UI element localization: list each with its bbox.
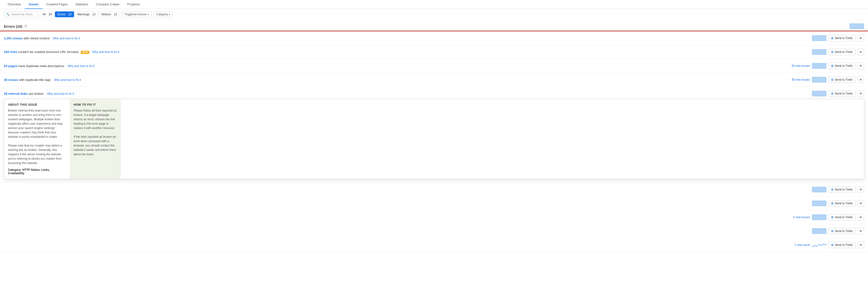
send-to-trello-btn[interactable]: ⊞ Send to Trello [829,200,856,207]
eye-btn[interactable]: 👁 [857,241,864,248]
issue-actions: ⊞ Send to Trello 👁 [812,186,864,193]
issue-actions: 35 new issues ⊞ Send to Trello 👁 [792,62,864,69]
fix-link[interactable]: Why and how to fix it [53,37,80,40]
trello-icon: ⊞ [831,188,834,191]
issue-desc: couldn't be crawled (incorrect URL forma… [18,50,79,54]
category-label: Category: [8,168,22,172]
errors-filter-btn[interactable]: Errors 10 [55,11,74,17]
issue-content: placeholder [4,229,812,233]
tooltip-about-title: ABOUT THIS ISSUE [8,103,66,107]
send-to-trello-btn[interactable]: ⊞ Send to Trello [829,228,856,234]
triggered-checks-dropdown[interactable]: Triggered checks ▾ [122,11,152,17]
trello-icon: ⊞ [831,64,834,67]
chevron-down-icon: ▾ [169,13,170,16]
issue-actions: ⊞ Send to Trello 👁 [812,90,864,97]
trello-icon: ⊞ [831,78,834,81]
new-badge: NEW [81,51,89,54]
issue-row-incorrect-url: 194 links couldn't be crawled (incorrect… [0,45,868,59]
send-to-trello-btn[interactable]: ⊞ Send to Trello [829,49,856,55]
issue-row-10: placeholder 1 new issue ⊞ Send to Trello… [0,238,868,252]
fix-link[interactable]: Why and how to fix it [47,92,74,95]
tab-compare-crawls[interactable]: Compare Crawls [92,0,123,9]
fix-link[interactable]: Why and how to fix it [67,64,94,68]
info-icon[interactable]: ⓘ [24,24,27,28]
issue-count-link[interactable]: 38 issues [4,78,18,82]
send-to-trello-btn[interactable]: ⊞ Send to Trello [829,63,856,69]
issue-count-link[interactable]: 194 links [4,50,17,54]
trello-icon: ⊞ [831,202,834,205]
chevron-down-icon: ▾ [148,13,149,16]
section-title: Errors (10) ⓘ [4,24,27,28]
fix-link[interactable]: Why and how to fix it [92,50,119,54]
issue-content: 28 internal links are broken Why and how… [4,92,812,95]
eye-btn[interactable]: 👁 [857,214,864,220]
issue-desc: with duplicate title tags [19,78,51,82]
eye-btn[interactable]: 👁 [857,228,864,235]
tab-crawled-pages[interactable]: Crawled Pages [42,0,72,9]
eye-btn[interactable]: 👁 [857,35,864,41]
eye-btn[interactable]: 👁 [857,49,864,55]
eye-btn[interactable]: 👁 [857,200,864,207]
issue-count-link[interactable]: 1,351 issues [4,36,23,40]
issue-content: 38 issues with duplicate title tags Why … [4,78,792,82]
new-issues-label: 1 new issue [795,243,810,247]
section-title-text: Errors (10) [4,24,22,28]
eye-btn[interactable]: 👁 [857,76,864,83]
trello-icon: ⊞ [831,215,834,219]
mini-chart [812,214,827,220]
mini-chart [812,63,827,69]
issue-actions: ⊞ Send to Trello 👁 [812,35,864,41]
send-to-trello-btn[interactable]: ⊞ Send to Trello [829,90,856,97]
issue-content: placeholder [4,188,812,191]
mini-chart [812,77,827,83]
filter-group: All 34 Errors 10 Warnings 12 Notices 12 [40,11,120,17]
tab-overview[interactable]: Overview [4,0,25,9]
send-to-trello-btn[interactable]: ⊞ Send to Trello [829,77,856,83]
category-dropdown[interactable]: Category ▾ [154,11,173,17]
all-filter-btn[interactable]: All 34 [40,11,54,17]
trello-icon: ⊞ [831,229,834,233]
eye-btn[interactable]: 👁 [857,62,864,69]
trello-icon: ⊞ [831,92,834,95]
tooltip-how-text: Please follow all links reported as brok… [73,108,117,156]
mini-chart [812,228,827,234]
send-to-trello-btn[interactable]: ⊞ Send to Trello [829,35,856,41]
issue-actions: ⊞ Send to Trello 👁 [812,228,864,235]
tab-statistics[interactable]: Statistics [72,0,92,9]
search-placeholder: Search by check [11,12,33,16]
issue-actions: ⊞ Send to Trello 👁 [812,49,864,55]
trello-icon: ⊞ [831,36,834,40]
section-header: Errors (10) ⓘ [0,20,868,31]
tooltip-about-text: Broken internal links lead users from on… [8,108,66,165]
issue-row-8: placeholder 4 new issues ⊞ Send to Trell… [0,210,868,224]
issue-content: 1,351 issues with mixed content Why and … [4,36,812,40]
issue-content: 53 pages have duplicate meta description… [4,64,792,68]
tab-progress[interactable]: Progress [123,0,144,9]
eye-btn[interactable]: 👁 [857,186,864,193]
issue-count-link[interactable]: 28 internal links [4,92,28,95]
warnings-filter-btn[interactable]: Warnings 12 [74,11,98,17]
tooltip-popup: ABOUT THIS ISSUE Broken internal links l… [4,99,864,179]
eye-btn[interactable]: 👁 [857,90,864,97]
issue-row-mixed-content: 1,351 issues with mixed content Why and … [0,31,868,45]
fix-link[interactable]: Why and how to fix it [54,78,81,82]
issue-count-link[interactable]: 53 pages [4,64,18,68]
issue-content: 194 links couldn't be crawled (incorrect… [4,50,812,54]
tab-issues[interactable]: Issues [25,0,42,9]
issue-actions: ⊞ Send to Trello 👁 [812,200,864,207]
issue-row-duplicate-meta: 53 pages have duplicate meta description… [0,59,868,73]
issue-row-7: placeholder ⊞ Send to Trello 👁 [0,197,868,210]
tooltip-how-title: HOW TO FIX IT [73,103,117,107]
trello-icon: ⊞ [831,50,834,54]
send-to-trello-btn[interactable]: ⊞ Send to Trello [829,214,856,220]
search-box[interactable]: 🔍 Search by check [4,11,38,17]
issue-row-9: placeholder ⊞ Send to Trello 👁 [0,224,868,238]
issue-content: placeholder [4,243,795,247]
send-to-trello-btn[interactable]: ⊞ Send to Trello [829,186,856,193]
tooltip-category: Category: HTTP Status, Links, Crawlabili… [8,168,66,175]
section-chart [849,23,864,29]
notices-filter-btn[interactable]: Notices 12 [99,11,120,17]
mini-chart [812,187,827,193]
mini-chart [812,49,827,55]
send-to-trello-btn[interactable]: ⊞ Send to Trello [829,242,856,248]
